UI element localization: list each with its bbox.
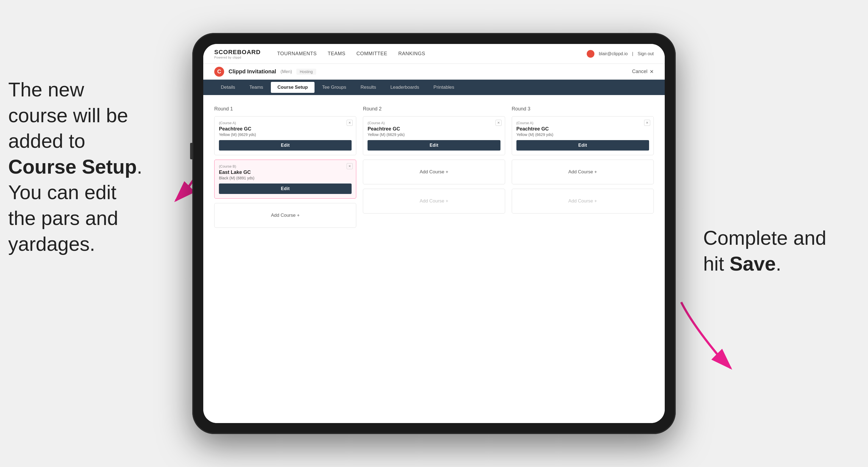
round3-add-course-disabled: Add Course + <box>512 189 654 213</box>
annotation-line2: course will be <box>8 104 128 126</box>
round-1-label: Round 1 <box>214 106 356 112</box>
round1-course-a-edit-button[interactable]: Edit <box>219 140 351 151</box>
hosting-badge: Hosting <box>297 69 316 75</box>
round-3-column: Round 3 ✕ (Course A) Peachtree GC Yellow… <box>512 106 654 412</box>
round1-course-b-name: East Lake GC <box>219 169 351 175</box>
round1-course-a-name: Peachtree GC <box>219 126 351 132</box>
tab-printables[interactable]: Printables <box>427 82 461 93</box>
tab-leaderboards[interactable]: Leaderboards <box>384 82 426 93</box>
cancel-button[interactable]: Cancel ✕ <box>632 69 654 75</box>
tournament-gender: (Men) <box>280 69 292 74</box>
sign-out-separator: | <box>632 51 633 56</box>
annotation-right-line2a: hit <box>703 253 730 275</box>
round1-course-a-info: Yellow (M) (6629 yds) <box>219 132 351 137</box>
round1-add-course-button[interactable]: Add Course + <box>214 203 356 228</box>
round-1-column: Round 1 ✕ (Course A) Peachtree GC Yellow… <box>214 106 356 412</box>
tab-tee-groups[interactable]: Tee Groups <box>316 82 353 93</box>
round-2-label: Round 2 <box>363 106 505 112</box>
round2-course-a-edit-button[interactable]: Edit <box>368 140 500 151</box>
round2-course-a-name: Peachtree GC <box>368 126 500 132</box>
scoreboard-logo: SCOREBOARD Powered by clippd <box>214 49 261 59</box>
logo-title: SCOREBOARD <box>214 49 261 56</box>
clippd-logo: C <box>214 67 224 76</box>
round3-add-course-label: Add Course + <box>568 169 597 175</box>
round2-course-a-close-button[interactable]: ✕ <box>496 120 502 126</box>
rounds-container: Round 1 ✕ (Course A) Peachtree GC Yellow… <box>214 106 654 412</box>
annotation-right-line1: Complete and <box>703 227 826 249</box>
right-annotation: Complete and hit Save. <box>703 225 846 277</box>
round2-add-course-disabled-label: Add Course + <box>420 198 448 204</box>
round3-course-a-card: ✕ (Course A) Peachtree GC Yellow (M) (66… <box>512 116 654 155</box>
round3-course-a-close-button[interactable]: ✕ <box>644 120 650 126</box>
round2-add-course-disabled: Add Course + <box>363 189 505 213</box>
annotation-line3: added to <box>8 130 85 152</box>
round3-add-course-button[interactable]: Add Course + <box>512 160 654 184</box>
nav-links: TOURNAMENTS TEAMS COMMITTEE RANKINGS <box>277 51 587 57</box>
nav-rankings[interactable]: RANKINGS <box>398 51 425 57</box>
nav-teams[interactable]: TEAMS <box>328 51 346 57</box>
round3-course-a-edit-button[interactable]: Edit <box>517 140 649 151</box>
round2-add-course-label: Add Course + <box>420 169 448 175</box>
arrow-right <box>665 297 747 374</box>
cancel-x-icon: ✕ <box>650 69 654 75</box>
round2-course-a-card: ✕ (Course A) Peachtree GC Yellow (M) (66… <box>363 116 505 155</box>
tournament-info: C Clippd Invitational (Men) Hosting <box>214 67 316 76</box>
sign-out-link[interactable]: Sign out <box>638 51 654 56</box>
round-3-label: Round 3 <box>512 106 654 112</box>
user-avatar <box>587 50 594 58</box>
annotation-bold: Course Setup <box>8 156 137 178</box>
tablet-side-button <box>190 143 192 159</box>
round3-course-a-info: Yellow (M) (6629 yds) <box>517 132 649 137</box>
round1-course-a-tag: (Course A) <box>219 121 351 125</box>
round1-course-b-edit-button[interactable]: Edit <box>219 184 351 194</box>
nav-user: blair@clippd.io | Sign out <box>587 50 654 58</box>
logo-subtitle: Powered by clippd <box>214 56 261 59</box>
round1-course-b-tag: (Course B) <box>219 164 351 168</box>
annotation-line7: yardages. <box>8 233 95 255</box>
nav-tournaments[interactable]: TOURNAMENTS <box>277 51 317 57</box>
user-email: blair@clippd.io <box>599 51 628 56</box>
top-nav: SCOREBOARD Powered by clippd TOURNAMENTS… <box>203 44 665 64</box>
round3-course-a-name: Peachtree GC <box>517 126 649 132</box>
tablet-screen: SCOREBOARD Powered by clippd TOURNAMENTS… <box>203 44 665 423</box>
tab-details[interactable]: Details <box>214 82 242 93</box>
tab-course-setup[interactable]: Course Setup <box>271 82 314 93</box>
annotation-right-line2c: . <box>776 253 781 275</box>
round2-course-a-info: Yellow (M) (6629 yds) <box>368 132 500 137</box>
round1-add-course-label: Add Course + <box>271 213 300 218</box>
round1-course-a-card: ✕ (Course A) Peachtree GC Yellow (M) (66… <box>214 116 356 155</box>
annotation-line5: You can edit <box>8 181 117 203</box>
round1-course-b-close-button[interactable]: ✕ <box>347 163 353 169</box>
round1-course-b-card: ✕ (Course B) East Lake GC Black (M) (689… <box>214 160 356 198</box>
cancel-label: Cancel <box>632 69 647 74</box>
main-content: Round 1 ✕ (Course A) Peachtree GC Yellow… <box>203 95 665 423</box>
annotation-right-bold: Save <box>730 253 776 275</box>
round2-add-course-button[interactable]: Add Course + <box>363 160 505 184</box>
round1-course-b-info: Black (M) (6891 yds) <box>219 176 351 180</box>
annotation-line1: The new <box>8 79 84 100</box>
annotation-line6: the pars and <box>8 207 118 229</box>
nav-committee[interactable]: COMMITTEE <box>356 51 388 57</box>
tournament-bar: C Clippd Invitational (Men) Hosting Canc… <box>203 64 665 80</box>
round-2-column: Round 2 ✕ (Course A) Peachtree GC Yellow… <box>363 106 505 412</box>
tournament-name: Clippd Invitational <box>228 68 276 75</box>
tab-teams[interactable]: Teams <box>243 82 270 93</box>
left-annotation: The new course will be added to Course S… <box>8 77 162 257</box>
round2-course-a-tag: (Course A) <box>368 121 500 125</box>
tablet-device: SCOREBOARD Powered by clippd TOURNAMENTS… <box>192 33 676 434</box>
tab-bar: Details Teams Course Setup Tee Groups Re… <box>203 80 665 95</box>
round1-course-a-close-button[interactable]: ✕ <box>347 120 353 126</box>
round3-course-a-tag: (Course A) <box>517 121 649 125</box>
tab-results[interactable]: Results <box>354 82 383 93</box>
round3-add-course-disabled-label: Add Course + <box>568 198 597 204</box>
